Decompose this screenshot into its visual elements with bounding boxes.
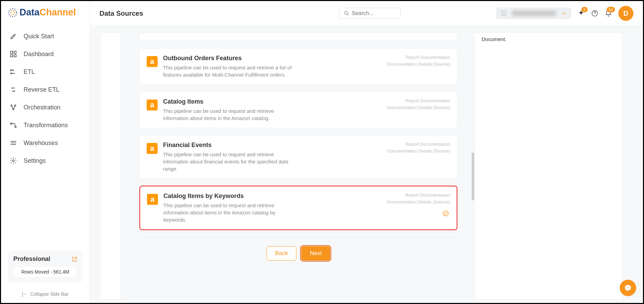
rows-moved: Rows Moved - 561.4M (13, 266, 77, 278)
gear-icon (9, 157, 17, 165)
pipeline-card[interactable]: a Financial Events This pipeline can be … (139, 135, 457, 179)
reverse-etl-icon (9, 85, 17, 94)
svg-point-17 (443, 211, 448, 216)
pipeline-desc: This pipeline can be used to request and… (163, 64, 293, 78)
report-doc-link[interactable]: Report Documentation (387, 54, 450, 61)
rocket-icon (9, 32, 17, 40)
workspace-selector[interactable]: hidden (496, 8, 571, 19)
svg-point-10 (13, 109, 14, 110)
topbar: Data Sources hidden (90, 1, 643, 26)
svg-point-0 (9, 9, 16, 16)
pipeline-desc: This pipeline can be used to request and… (163, 202, 293, 223)
avatar[interactable]: D (618, 6, 633, 21)
sidebar-label: Settings (24, 157, 46, 164)
sidebar-label: Orchestration (24, 104, 61, 111)
scrollbar[interactable] (471, 32, 474, 300)
dashboard-icon (9, 50, 17, 58)
etl-icon (9, 68, 17, 76)
chat-icon[interactable] (620, 280, 636, 296)
sidebar-item-orchestration[interactable]: Orchestration (6, 98, 85, 116)
pipeline-desc: This pipeline can be used to request and… (163, 107, 293, 122)
pipeline-selector-panel: a Outbound Orders Features This pipeline… (122, 32, 474, 300)
svg-rect-4 (11, 55, 13, 57)
sidebar-item-transformations[interactable]: Transformations (6, 116, 85, 134)
amazon-icon: a (147, 56, 158, 67)
left-gutter (90, 32, 122, 300)
amazon-icon: a (147, 194, 158, 205)
sidebar-item-etl[interactable]: ETL (6, 63, 85, 81)
sidebar-item-settings[interactable]: Settings (6, 152, 85, 170)
sidebar-item-quick-start[interactable]: Quick Start (6, 27, 85, 45)
bell-badge: 54 (607, 7, 615, 12)
sidebar-item-dashboard[interactable]: Dashboard (6, 45, 85, 63)
plan-card: Professional Rows Moved - 561.4M (8, 251, 83, 282)
svg-rect-15 (502, 11, 506, 16)
sparkle-badge: 5 (581, 7, 588, 12)
svg-point-19 (628, 287, 628, 288)
svg-point-8 (11, 105, 12, 106)
logo-icon (8, 8, 17, 17)
info-text: Document. (482, 36, 612, 42)
building-icon (501, 10, 507, 16)
collapse-sidebar[interactable]: |← Collapse Side Bar (6, 289, 85, 300)
pipeline-card[interactable]: a Outbound Orders Features This pipeline… (139, 48, 457, 85)
bell-icon[interactable]: 54 (605, 10, 612, 17)
sidebar-label: ETL (24, 68, 35, 76)
check-icon (442, 210, 449, 217)
report-doc-link[interactable]: Report Documentation (387, 141, 450, 148)
svg-point-6 (11, 70, 12, 71)
pipeline-desc: This pipeline can be used to request and… (163, 151, 293, 172)
help-icon[interactable] (591, 10, 599, 17)
svg-point-18 (627, 287, 627, 288)
svg-point-20 (629, 287, 630, 288)
search-icon (344, 10, 350, 16)
svg-rect-3 (14, 51, 16, 53)
amazon-icon: a (147, 100, 158, 110)
sparkle-icon[interactable]: 5 (577, 10, 585, 17)
sidebar-label: Quick Start (24, 33, 54, 40)
svg-point-9 (15, 105, 16, 106)
doc-details-link[interactable]: Documentation Details (Source) (387, 61, 450, 68)
orchestration-icon (9, 103, 17, 111)
doc-details-link[interactable]: Documentation Details (Source) (387, 148, 450, 155)
sidebar-label: Reverse ETL (24, 86, 59, 93)
sidebar-item-warehouses[interactable]: Warehouses (6, 134, 85, 152)
pipeline-card-partial[interactable] (139, 32, 457, 41)
svg-point-13 (12, 160, 14, 162)
logo-text-data: Data (19, 7, 40, 17)
warehouse-icon (9, 139, 17, 147)
sidebar: DataChannel Quick Start Dashboard ETL Re… (1, 1, 90, 303)
doc-details-link[interactable]: Documentation Details (Source) (387, 104, 450, 111)
sidebar-label: Warehouses (24, 140, 58, 147)
pipeline-card-selected[interactable]: a Catalog Items by Keywords This pipelin… (139, 186, 457, 230)
plan-name: Professional (13, 255, 50, 263)
next-button[interactable]: Next (301, 246, 330, 261)
logo-text-channel: Channel (40, 7, 76, 17)
report-doc-link[interactable]: Report Documentation (387, 192, 450, 199)
collapse-icon: |← (22, 291, 28, 297)
svg-rect-5 (14, 55, 16, 57)
search-input-wrap[interactable] (339, 8, 401, 19)
sidebar-label: Dashboard (24, 51, 54, 58)
svg-point-1 (11, 11, 15, 15)
page-title: Data Sources (99, 10, 143, 17)
svg-rect-12 (15, 126, 16, 128)
svg-rect-11 (11, 123, 12, 124)
pipeline-card[interactable]: a Catalog Items This pipeline can be use… (139, 92, 457, 128)
doc-details-link[interactable]: Documentation Details (Source) (387, 199, 450, 206)
svg-point-7 (11, 73, 12, 74)
scrollbar-thumb[interactable] (472, 153, 474, 200)
svg-rect-2 (11, 51, 13, 53)
sidebar-label: Transformations (24, 122, 68, 129)
chevron-down-icon (561, 11, 566, 16)
back-button[interactable]: Back (267, 246, 297, 261)
report-doc-link[interactable]: Report Documentation (387, 97, 450, 104)
search-input[interactable] (352, 10, 396, 16)
sidebar-item-reverse-etl[interactable]: Reverse ETL (6, 81, 85, 98)
logo: DataChannel (6, 7, 85, 18)
transformations-icon (9, 121, 17, 129)
info-panel: Document. (474, 32, 622, 300)
svg-point-14 (345, 11, 348, 14)
amazon-icon: a (147, 143, 158, 154)
open-icon[interactable] (72, 256, 77, 262)
